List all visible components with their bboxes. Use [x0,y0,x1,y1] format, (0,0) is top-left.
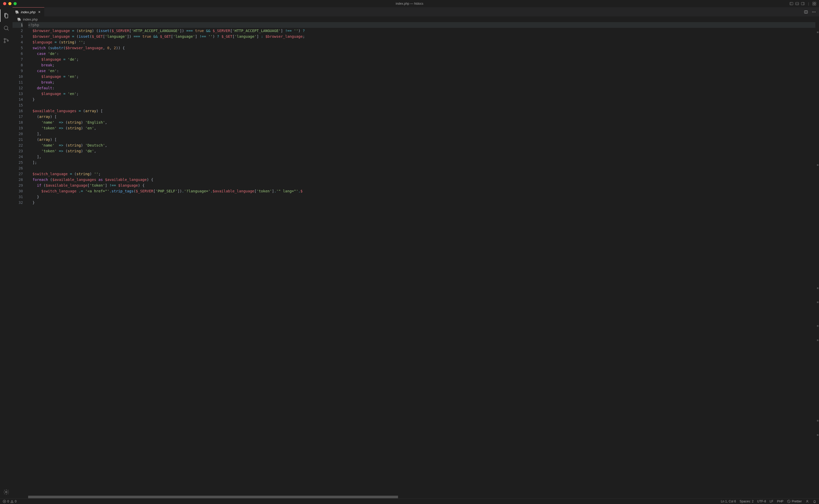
svg-point-20 [812,11,813,12]
code-line[interactable]: $language = 'en'; [28,74,815,79]
minimap-scrollbar[interactable] [815,22,819,496]
code-line[interactable]: <?php [28,22,815,28]
horizontal-scrollbar[interactable] [28,496,815,498]
line-number: 23 [12,148,23,154]
line-number: 14 [12,97,23,102]
status-encoding[interactable]: UTF-8 [757,500,766,503]
svg-point-15 [5,491,7,493]
toggle-secondary-sidebar-icon[interactable] [801,2,805,6]
split-editor-icon[interactable] [804,10,808,14]
line-number: 9 [12,68,23,74]
code-line[interactable]: default: [28,85,815,91]
code-line[interactable]: 'token' => (string) 'de', [28,148,815,154]
maximize-window-button[interactable] [14,2,17,5]
toggle-primary-sidebar-icon[interactable] [789,2,793,6]
tab-close-icon[interactable] [37,10,42,14]
status-prettier-label: Prettier [792,500,802,503]
svg-rect-7 [815,2,816,3]
svg-point-30 [807,500,808,501]
code-line[interactable]: $browser_language = (string) (isset($_SE… [28,28,815,34]
tab-bar-actions [804,7,819,16]
code-line[interactable]: $switch_language .= '<a href="'.strip_ta… [28,188,815,194]
code-line[interactable]: } [28,97,815,102]
status-problems[interactable]: 0 0 [3,500,16,503]
svg-point-21 [814,11,814,12]
svg-line-11 [7,29,9,30]
horizontal-scrollbar-thumb[interactable] [28,496,398,498]
status-language-mode[interactable]: PHP [777,500,784,503]
svg-rect-2 [796,2,799,5]
code-line[interactable]: ]; [28,160,815,165]
status-indentation[interactable]: Spaces: 2 [740,500,753,503]
code-line[interactable]: $available_languages = (array) [ [28,108,815,114]
svg-rect-9 [815,4,816,5]
svg-rect-8 [813,4,814,5]
line-number-gutter: 1234567891011121314151617181920212223242… [12,22,28,496]
code-line[interactable]: if ($available_language['token'] !== $la… [28,182,815,188]
line-number: 22 [12,142,23,148]
php-file-icon: 🐘 [15,10,19,14]
code-line[interactable]: case 'en': [28,68,815,74]
status-prettier[interactable]: Prettier [787,500,802,503]
line-number: 19 [12,125,23,131]
code-line[interactable]: foreach ($available_languages as $availa… [28,177,815,182]
code-line[interactable]: break; [28,62,815,68]
minimize-window-button[interactable] [8,2,11,5]
code-line[interactable]: ], [28,154,815,160]
svg-rect-6 [813,2,814,3]
source-control-icon[interactable] [0,34,12,47]
code-line[interactable]: 'token' => (string) 'en', [28,125,815,131]
svg-rect-0 [790,2,793,5]
line-number: 3 [12,34,23,39]
status-eol[interactable]: LF [770,500,773,503]
code-line[interactable]: $switch_language = (string) ''; [28,171,815,177]
tab-index-php[interactable]: 🐘 index.php [12,7,44,16]
line-number: 8 [12,62,23,68]
code-editor[interactable]: 1234567891011121314151617181920212223242… [12,22,819,496]
code-line[interactable]: (array) [ [28,137,815,142]
code-line[interactable]: $language = 'de'; [28,56,815,62]
line-number: 4 [12,39,23,45]
line-number: 17 [12,114,23,119]
code-line[interactable]: 'name' => (string) 'English', [28,119,815,125]
title-bar-layout-controls: | [789,2,819,6]
status-feedback-icon[interactable] [805,500,809,503]
settings-gear-icon[interactable] [0,486,12,498]
code-line[interactable]: 'name' => (string) 'Deutsch', [28,142,815,148]
svg-point-14 [7,40,9,41]
code-line[interactable]: ], [28,131,815,137]
explorer-icon[interactable] [0,9,12,22]
main-layout: 🐘 index.php 🐘 index.php 12345678 [0,7,819,498]
code-line[interactable] [28,102,815,108]
close-window-button[interactable] [3,2,6,5]
search-icon[interactable] [0,22,12,34]
code-line[interactable]: } [28,194,815,200]
status-bar: 0 0 Ln 1, Col 6 Spaces: 2 UTF-8 LF PHP P… [0,498,819,504]
window-title: index.php — htdocs [396,2,423,5]
line-number: 32 [12,200,23,205]
breadcrumb[interactable]: 🐘 index.php [12,16,819,22]
code-line[interactable]: $language = 'en'; [28,91,815,97]
code-line[interactable]: $browser_language = (isset($_GET['langua… [28,34,815,39]
more-actions-icon[interactable] [812,10,816,14]
code-content[interactable]: <?php $browser_language = (string) (isse… [28,22,815,496]
status-warnings-count: 0 [15,500,17,503]
line-number: 10 [12,74,23,79]
line-number: 1 [12,22,23,28]
code-line[interactable] [28,165,815,171]
line-number: 21 [12,137,23,142]
traffic-lights [0,2,17,5]
toggle-panel-icon[interactable] [795,2,799,6]
status-cursor-position[interactable]: Ln 1, Col 6 [721,500,736,503]
line-number: 27 [12,171,23,177]
code-line[interactable]: switch (substr($browser_language, 0, 2))… [28,45,815,51]
code-line[interactable]: break; [28,79,815,85]
code-line[interactable]: case 'de': [28,51,815,56]
activity-bar [0,7,12,498]
code-line[interactable]: $language = (string) ''; [28,39,815,45]
code-line[interactable]: (array) [ [28,114,815,119]
code-line[interactable]: } [28,200,815,205]
customize-layout-icon[interactable] [812,2,816,6]
title-bar: index.php — htdocs | [0,0,819,7]
status-notifications-icon[interactable] [813,500,816,503]
